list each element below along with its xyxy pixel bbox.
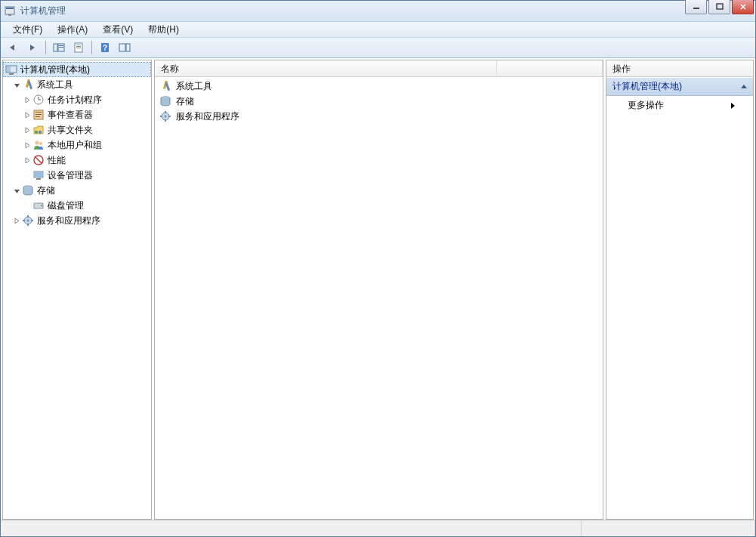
list-body[interactable]: 系统工具 存储 服务和应用程序 [155,77,603,519]
tree-performance[interactable]: 性能 [3,153,151,168]
mmc-icon [4,5,16,17]
list-item-label: 系统工具 [176,80,212,93]
svg-rect-57 [168,116,171,117]
tree-label: 服务和应用程序 [37,214,100,227]
actions-header: 操作 [606,60,753,77]
svg-rect-7 [54,44,57,51]
actions-group[interactable]: 计算机管理(本地) [606,77,753,96]
svg-point-32 [39,131,42,134]
action-more[interactable]: 更多操作 [606,96,753,115]
actions-body: 计算机管理(本地) 更多操作 [606,77,753,519]
app-window: 计算机管理 文件(F) 操作(A) 查看(V) 帮助(H) ? [0,0,756,537]
list-item-storage[interactable]: 存储 [155,94,603,109]
statusbar [1,520,755,536]
column-spacer[interactable] [497,60,603,76]
tree-device-manager[interactable]: 设备管理器 [3,168,151,183]
svg-rect-47 [23,220,25,221]
tree-task-scheduler[interactable]: 任务计划程序 [3,92,151,107]
tree-label: 存储 [37,184,55,197]
storage-icon [22,184,34,196]
tree-shared-folders[interactable]: 共享文件夹 [3,122,151,137]
clock-icon [32,94,45,106]
system-tools-icon [22,79,34,91]
column-header[interactable]: 名称 [155,60,603,77]
svg-rect-54 [165,111,166,113]
list-item-label: 存储 [176,95,194,108]
svg-point-34 [39,142,42,145]
expand-icon[interactable] [23,95,32,104]
minimize-button[interactable] [685,0,707,14]
computer-mgmt-icon [5,63,17,76]
tree-label: 共享文件夹 [48,124,93,137]
disk-icon [32,199,45,211]
list-item-system-tools[interactable]: 系统工具 [155,79,603,94]
menu-action[interactable]: 操作(A) [50,22,95,38]
svg-point-42 [41,205,42,206]
storage-icon [159,95,171,107]
services-icon [159,110,171,122]
maximize-button[interactable] [708,0,730,14]
svg-rect-4 [717,4,723,9]
svg-rect-30 [35,116,40,117]
svg-rect-28 [35,112,42,113]
svg-rect-12 [76,45,81,45]
performance-icon [32,154,45,166]
collapse-icon[interactable] [12,186,21,195]
svg-point-33 [35,141,39,145]
svg-rect-48 [31,220,33,221]
tree-services-apps[interactable]: 服务和应用程序 [3,213,151,228]
menu-help[interactable]: 帮助(H) [140,22,187,38]
tree-disk-mgmt[interactable]: 磁盘管理 [3,198,151,213]
tree-root[interactable]: 计算机管理(本地) [3,62,151,77]
console-tree[interactable]: 计算机管理(本地) 系统工具 任务计划程序 [3,60,151,519]
main-area: 计算机管理(本地) 系统工具 任务计划程序 [1,58,755,520]
close-button[interactable] [732,0,754,14]
menu-view[interactable]: 查看(V) [95,22,140,38]
services-icon [22,214,34,227]
list-item-services-apps[interactable]: 服务和应用程序 [155,109,603,124]
tree-storage[interactable]: 存储 [3,183,151,198]
svg-rect-45 [27,215,29,218]
show-action-pane-button[interactable] [116,39,134,56]
svg-rect-56 [160,116,162,117]
window-controls [685,0,754,14]
titlebar[interactable]: 计算机管理 [1,1,755,22]
window-title: 计算机管理 [20,5,752,17]
tree-label: 设备管理器 [48,169,93,182]
svg-rect-39 [36,178,41,180]
actions-group-label: 计算机管理(本地) [613,80,682,93]
expand-icon[interactable] [23,140,32,150]
tree-event-viewer[interactable]: 事件查看器 [3,107,151,122]
tree-system-tools[interactable]: 系统工具 [3,77,151,92]
expand-icon[interactable] [23,125,32,134]
tree-pane: 计算机管理(本地) 系统工具 任务计划程序 [2,60,152,520]
svg-rect-10 [59,47,63,48]
svg-point-53 [165,116,167,118]
menu-file[interactable]: 文件(F) [5,22,50,38]
list-item-label: 服务和应用程序 [176,110,239,123]
result-pane: 名称 系统工具 存储 服务和应用程序 [154,60,603,520]
tree-label: 系统工具 [37,79,73,91]
svg-rect-38 [35,172,42,177]
properties-button[interactable] [69,39,88,56]
tree-label: 性能 [48,154,66,167]
users-icon [32,139,45,151]
tree-label: 事件查看器 [48,109,93,122]
svg-rect-9 [59,45,63,46]
expand-icon[interactable] [23,156,32,165]
tree-local-users[interactable]: 本地用户和组 [3,137,151,153]
device-manager-icon [32,169,45,181]
collapse-arrow-icon [741,85,747,88]
tree-label: 任务计划程序 [48,94,102,106]
help-button[interactable]: ? [96,39,114,56]
collapse-icon[interactable] [12,80,21,89]
svg-rect-29 [35,114,42,115]
expand-icon[interactable] [12,216,21,225]
back-button[interactable] [4,39,22,56]
forward-button[interactable] [23,39,42,56]
expand-icon[interactable] [23,110,32,119]
toolbar: ? [1,38,755,58]
column-name[interactable]: 名称 [155,60,497,76]
action-more-label: 更多操作 [628,99,664,112]
show-hide-tree-button[interactable] [50,39,68,56]
